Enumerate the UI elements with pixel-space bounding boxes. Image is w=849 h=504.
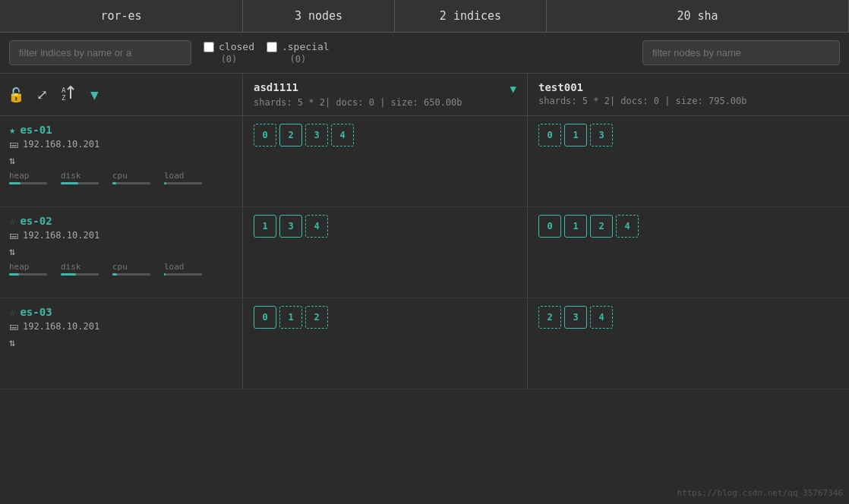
shard-box[interactable]: 1: [564, 124, 587, 146]
node1-index1-shards: 0 2 3 4: [243, 116, 528, 206]
shard-box[interactable]: 2: [590, 215, 613, 238]
shard-box[interactable]: 0: [254, 124, 276, 146]
node3-index1-shards: 0 1 2: [243, 298, 528, 389]
node2-disk-icon: 🖴: [9, 230, 18, 241]
node3-star-icon[interactable]: ☆: [9, 306, 15, 318]
node3-name: ☆ es-03: [9, 306, 233, 318]
shard-box[interactable]: 0: [538, 215, 561, 238]
shard-box[interactable]: 2: [538, 306, 561, 329]
sort-az-icon[interactable]: A Z: [60, 83, 78, 106]
node2-index2-shards: 0 1 2 4: [528, 207, 849, 298]
closed-count: (0): [221, 54, 238, 65]
indices-filter-input[interactable]: [9, 40, 191, 65]
node1-star-icon[interactable]: ★: [9, 124, 15, 136]
shard-box[interactable]: 2: [305, 306, 328, 329]
index1-dropdown[interactable]: ▼: [510, 83, 516, 95]
main-grid: 🔓 ⤢ A Z ▼ asd1111 ▼ shards: 5 * 2| docs:…: [0, 74, 849, 389]
nodes-filter-input[interactable]: [642, 40, 840, 65]
cluster-name: ror-es: [0, 0, 243, 32]
shard-box[interactable]: 4: [331, 124, 354, 146]
node3-ip: 🖴 192.168.10.201: [9, 321, 233, 332]
node1-cpu-metric: cpu: [112, 171, 150, 184]
filter-dropdown-icon[interactable]: ▼: [90, 87, 99, 102]
node2-load-metric: load: [164, 262, 202, 276]
shard-box[interactable]: 3: [279, 215, 302, 238]
node2-info: ☆ es-02 🖴 192.168.10.201 ⇅ heap disk cpu: [0, 207, 243, 298]
tools-column: 🔓 ⤢ A Z ▼: [0, 74, 243, 115]
node2-disk-metric: disk: [61, 262, 99, 276]
shard-box[interactable]: 3: [590, 124, 613, 146]
node2-ip: 🖴 192.168.10.201: [9, 230, 233, 241]
special-count: (0): [289, 54, 306, 65]
nodes-count: 3 nodes: [243, 0, 395, 32]
node2-star-icon[interactable]: ☆: [9, 215, 15, 227]
shard-box[interactable]: 2: [279, 124, 302, 146]
closed-checkbox-group: closed (0): [204, 41, 254, 65]
node-row-es02: ☆ es-02 🖴 192.168.10.201 ⇅ heap disk cpu: [0, 207, 849, 298]
expand-icon[interactable]: ⤢: [36, 87, 48, 102]
node-row-es03: ☆ es-03 🖴 192.168.10.201 ⇅ 0 1 2 2 3 4: [0, 298, 849, 389]
index2-meta: shards: 5 * 2| docs: 0 | size: 795.00b: [538, 96, 838, 106]
index2-header: test001 shards: 5 * 2| docs: 0 | size: 7…: [528, 74, 849, 115]
node2-metrics: heap disk cpu load: [9, 262, 233, 276]
node1-extra-icon: ⇅: [9, 154, 233, 166]
node3-info: ☆ es-03 🖴 192.168.10.201 ⇅: [0, 298, 243, 389]
index-header-row: 🔓 ⤢ A Z ▼ asd1111 ▼ shards: 5 * 2| docs:…: [0, 74, 849, 116]
index2-name[interactable]: test001: [538, 81, 583, 93]
closed-checkbox[interactable]: [204, 42, 214, 52]
node2-name: ☆ es-02: [9, 215, 233, 227]
node3-extra-icon: ⇅: [9, 336, 233, 348]
lock-icon[interactable]: 🔓: [8, 87, 24, 102]
shards-count: 20 sha: [547, 0, 849, 32]
shard-box[interactable]: 4: [590, 306, 613, 329]
filter-bar: closed (0) .special (0): [0, 33, 849, 74]
top-bar: ror-es 3 nodes 2 indices 20 sha: [0, 0, 849, 33]
shard-box[interactable]: 0: [538, 124, 561, 146]
indices-count: 2 indices: [395, 0, 547, 32]
node1-disk-metric: disk: [61, 171, 99, 184]
shard-box[interactable]: 1: [564, 215, 587, 238]
special-checkbox-group: .special (0): [267, 41, 330, 65]
closed-label: closed: [219, 41, 254, 52]
node1-disk-icon: 🖴: [9, 139, 18, 150]
svg-text:A: A: [62, 87, 66, 94]
shard-box[interactable]: 1: [279, 306, 302, 329]
shard-box[interactable]: 3: [305, 124, 328, 146]
node2-cpu-metric: cpu: [112, 262, 150, 276]
shard-box[interactable]: 4: [616, 215, 639, 238]
node1-info: ★ es-01 🖴 192.168.10.201 ⇅ heap disk cpu: [0, 116, 243, 206]
shard-box[interactable]: 0: [254, 306, 276, 329]
node1-name: ★ es-01: [9, 124, 233, 136]
node1-ip: 🖴 192.168.10.201: [9, 139, 233, 150]
node1-load-metric: load: [164, 171, 202, 184]
shard-box[interactable]: 1: [254, 215, 276, 238]
node2-heap-metric: heap: [9, 262, 47, 276]
node2-extra-icon: ⇅: [9, 245, 233, 257]
node3-disk-icon: 🖴: [9, 321, 18, 332]
svg-text:Z: Z: [62, 94, 66, 102]
node2-index1-shards: 1 3 4: [243, 207, 528, 298]
node1-metrics: heap disk cpu load: [9, 171, 233, 184]
index1-meta: shards: 5 * 2| docs: 0 | size: 650.00b: [254, 97, 516, 108]
node1-index2-shards: 0 1 3: [528, 116, 849, 206]
special-checkbox[interactable]: [267, 42, 277, 52]
shard-box[interactable]: 4: [305, 215, 328, 238]
index1-header: asd1111 ▼ shards: 5 * 2| docs: 0 | size:…: [243, 74, 528, 115]
index1-name[interactable]: asd1111: [254, 81, 298, 93]
shard-box[interactable]: 3: [564, 306, 587, 329]
special-label: .special: [282, 41, 330, 52]
node3-index2-shards: 2 3 4: [528, 298, 849, 389]
node1-heap-metric: heap: [9, 171, 47, 184]
node-row-es01: ★ es-01 🖴 192.168.10.201 ⇅ heap disk cpu: [0, 116, 849, 207]
